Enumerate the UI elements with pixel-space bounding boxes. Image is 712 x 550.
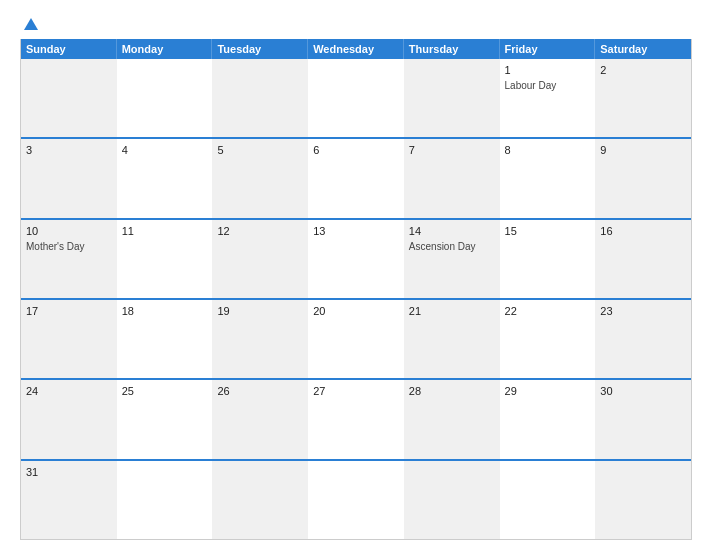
day-number: 7 [409, 143, 495, 158]
calendar-week-5: 24252627282930 [21, 378, 691, 458]
cal-cell: 2 [595, 59, 691, 137]
day-event: Mother's Day [26, 240, 112, 253]
header-cell-monday: Monday [117, 39, 213, 59]
day-number: 8 [505, 143, 591, 158]
day-number: 6 [313, 143, 399, 158]
header-cell-sunday: Sunday [21, 39, 117, 59]
cal-cell: 19 [212, 300, 308, 378]
cal-cell [212, 59, 308, 137]
header-cell-wednesday: Wednesday [308, 39, 404, 59]
cal-cell: 20 [308, 300, 404, 378]
day-number: 22 [505, 304, 591, 319]
day-number: 20 [313, 304, 399, 319]
header-cell-thursday: Thursday [404, 39, 500, 59]
cal-cell: 21 [404, 300, 500, 378]
cal-cell: 17 [21, 300, 117, 378]
day-number: 24 [26, 384, 112, 399]
day-number: 15 [505, 224, 591, 239]
cal-cell: 14Ascension Day [404, 220, 500, 298]
day-number: 9 [600, 143, 686, 158]
cal-cell: 7 [404, 139, 500, 217]
day-number: 13 [313, 224, 399, 239]
cal-cell [117, 461, 213, 539]
cal-cell: 10Mother's Day [21, 220, 117, 298]
calendar-week-1: 1Labour Day2 [21, 59, 691, 137]
cal-cell [500, 461, 596, 539]
calendar-week-4: 17181920212223 [21, 298, 691, 378]
cal-cell: 26 [212, 380, 308, 458]
day-number: 26 [217, 384, 303, 399]
cal-cell: 5 [212, 139, 308, 217]
cal-cell [21, 59, 117, 137]
calendar-header-row: SundayMondayTuesdayWednesdayThursdayFrid… [21, 39, 691, 59]
cal-cell: 12 [212, 220, 308, 298]
cal-cell: 23 [595, 300, 691, 378]
day-number: 5 [217, 143, 303, 158]
day-number: 27 [313, 384, 399, 399]
cal-cell: 24 [21, 380, 117, 458]
cal-cell: 22 [500, 300, 596, 378]
header [20, 18, 692, 31]
day-number: 30 [600, 384, 686, 399]
cal-cell: 6 [308, 139, 404, 217]
cal-cell: 16 [595, 220, 691, 298]
cal-cell [212, 461, 308, 539]
cal-cell: 30 [595, 380, 691, 458]
cal-cell [404, 461, 500, 539]
calendar-grid: SundayMondayTuesdayWednesdayThursdayFrid… [20, 39, 692, 540]
cal-cell: 1Labour Day [500, 59, 596, 137]
cal-cell: 8 [500, 139, 596, 217]
cal-cell: 15 [500, 220, 596, 298]
calendar-week-6: 31 [21, 459, 691, 539]
day-number: 3 [26, 143, 112, 158]
cal-cell: 25 [117, 380, 213, 458]
cal-cell [595, 461, 691, 539]
day-number: 23 [600, 304, 686, 319]
cal-cell: 28 [404, 380, 500, 458]
day-number: 1 [505, 63, 591, 78]
cal-cell: 27 [308, 380, 404, 458]
calendar-week-3: 10Mother's Day11121314Ascension Day1516 [21, 218, 691, 298]
cal-cell [308, 59, 404, 137]
cal-cell: 31 [21, 461, 117, 539]
cal-cell: 13 [308, 220, 404, 298]
calendar-page: SundayMondayTuesdayWednesdayThursdayFrid… [0, 0, 712, 550]
header-cell-friday: Friday [500, 39, 596, 59]
day-number: 4 [122, 143, 208, 158]
cal-cell: 18 [117, 300, 213, 378]
day-number: 21 [409, 304, 495, 319]
calendar-week-2: 3456789 [21, 137, 691, 217]
day-number: 14 [409, 224, 495, 239]
day-event: Ascension Day [409, 240, 495, 253]
cal-cell [404, 59, 500, 137]
logo [20, 18, 38, 31]
header-cell-tuesday: Tuesday [212, 39, 308, 59]
country-label [622, 18, 692, 22]
logo-triangle-icon [24, 18, 38, 30]
day-number: 17 [26, 304, 112, 319]
header-cell-saturday: Saturday [595, 39, 691, 59]
cal-cell [117, 59, 213, 137]
day-number: 10 [26, 224, 112, 239]
cal-cell: 9 [595, 139, 691, 217]
day-number: 29 [505, 384, 591, 399]
day-number: 31 [26, 465, 112, 480]
calendar-body: 1Labour Day2345678910Mother's Day1112131… [21, 59, 691, 539]
cal-cell: 3 [21, 139, 117, 217]
day-number: 18 [122, 304, 208, 319]
day-number: 28 [409, 384, 495, 399]
cal-cell [308, 461, 404, 539]
day-number: 11 [122, 224, 208, 239]
cal-cell: 11 [117, 220, 213, 298]
day-event: Labour Day [505, 79, 591, 92]
day-number: 25 [122, 384, 208, 399]
day-number: 16 [600, 224, 686, 239]
cal-cell: 29 [500, 380, 596, 458]
day-number: 19 [217, 304, 303, 319]
day-number: 12 [217, 224, 303, 239]
day-number: 2 [600, 63, 686, 78]
cal-cell: 4 [117, 139, 213, 217]
